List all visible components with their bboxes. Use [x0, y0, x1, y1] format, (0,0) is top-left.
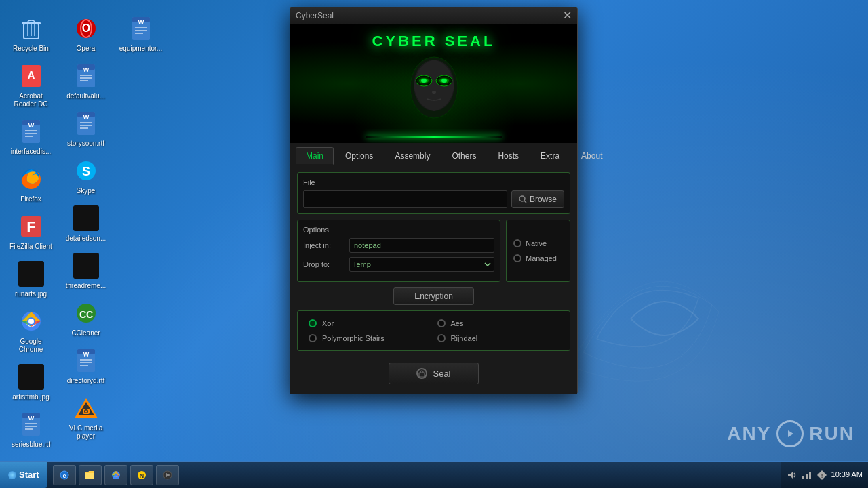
svg-rect-87	[802, 476, 804, 479]
svg-text:W: W	[138, 19, 144, 26]
desktop-icon-threadreme[interactable]: threadreme...	[60, 249, 111, 293]
native-radio-group[interactable]: Native	[513, 239, 563, 247]
ie-icon: e	[59, 470, 70, 481]
tab-about[interactable]: About	[571, 147, 612, 165]
polymorphic-option[interactable]: Polymorphic Stairs	[309, 334, 431, 342]
desktop-icon-filezilla[interactable]: F FileZilla Client	[5, 210, 56, 253]
rijndael-option[interactable]: Rijndael	[437, 334, 559, 342]
svg-rect-1	[22, 22, 41, 24]
window-tabs: Main Options Assembly Others Hosts Extra…	[290, 143, 577, 165]
desktop-icon-interfacedis[interactable]: W interfacedis...	[5, 115, 56, 159]
lock-icon	[418, 369, 426, 378]
window-titlebar: CyberSeal ✕	[290, 7, 577, 24]
desktop-icon-firefox[interactable]: Firefox	[5, 163, 56, 206]
seal-button[interactable]: Seal	[389, 363, 478, 384]
taskbar-middle: e N	[47, 465, 781, 485]
desktop-icon-recycle-bin[interactable]: Recycle Bin	[5, 12, 56, 56]
desktop-icon-opera[interactable]: O Opera	[60, 12, 111, 56]
desktop-icon-acrobat[interactable]: A Acrobat Reader DC	[5, 60, 56, 111]
managed-radio[interactable]	[513, 254, 521, 262]
file-section: File Browse	[297, 172, 570, 214]
desktop-icon-ccleaner[interactable]: CC CCleaner	[60, 297, 111, 340]
desktop-icon-artisttmb[interactable]: artisttmb.jpg	[5, 361, 56, 404]
file-input[interactable]	[303, 190, 507, 208]
encryption-button[interactable]: Encryption	[393, 287, 474, 305]
desktop-icon-runarts[interactable]: runarts.jpg	[5, 258, 56, 301]
seal-btn-row: Seal	[297, 357, 570, 387]
tab-assembly[interactable]: Assembly	[384, 147, 440, 165]
tab-extra[interactable]: Extra	[530, 147, 570, 165]
firefox-label: Firefox	[20, 195, 41, 203]
taskbar-folder[interactable]	[79, 465, 102, 485]
xor-option[interactable]: Xor	[309, 319, 431, 327]
interfacedis-label: interfacedis...	[11, 148, 51, 156]
drop-value: Temp	[353, 260, 371, 268]
storysoon-icon: W	[73, 110, 100, 137]
tab-main[interactable]: Main	[296, 147, 334, 165]
desktop-icon-skype[interactable]: S Skype	[60, 155, 111, 198]
encryption-box: Xor Aes Polymorphic Stairs Rijndael	[297, 310, 570, 351]
svg-line-75	[524, 201, 526, 203]
inject-label: Inject in:	[303, 241, 344, 249]
window-title-text: CyberSeal	[296, 11, 334, 20]
threadreme-icon	[73, 252, 100, 279]
aes-radio[interactable]	[437, 319, 446, 327]
browse-label: Browse	[530, 195, 557, 204]
taskbar-ie[interactable]: e	[53, 465, 76, 485]
tab-hosts[interactable]: Hosts	[488, 147, 529, 165]
volume-icon[interactable]	[787, 470, 797, 481]
desktop-icon-vlc[interactable]: VLC media player	[60, 392, 111, 443]
desktop-icon-equipmentor[interactable]: W equipmentor...	[115, 12, 166, 56]
aes-option[interactable]: Aes	[437, 319, 559, 327]
desktop-icon-detailedson[interactable]: detailedson...	[60, 202, 111, 245]
directoryd-label: directoryd.rtf	[67, 377, 105, 385]
taskbar-chrome[interactable]	[104, 465, 127, 485]
polymorphic-radio[interactable]	[309, 334, 317, 342]
native-radio[interactable]	[513, 239, 521, 247]
equipmentor-label: equipmentor...	[119, 45, 162, 53]
desktop-icon-storysoon[interactable]: W storysoon.rtf	[60, 107, 111, 150]
svg-rect-88	[806, 474, 808, 479]
banner-glow-line	[366, 136, 502, 138]
tab-options[interactable]: Options	[335, 147, 383, 165]
desktop-icon-defaultvalu[interactable]: W defaultvalu...	[60, 60, 111, 103]
network-icon[interactable]	[802, 470, 812, 481]
managed-label: Managed	[526, 254, 557, 262]
taskbar-norton[interactable]: N	[130, 465, 153, 485]
taskbar: Start e	[0, 461, 868, 488]
svg-point-19	[28, 319, 34, 324]
tab-others[interactable]: Others	[441, 147, 486, 165]
svg-rect-76	[419, 373, 425, 377]
desktop-icon-chrome[interactable]: Google Chrome	[5, 305, 56, 357]
file-row: Browse	[303, 190, 564, 208]
artisttmb-icon	[18, 363, 45, 390]
acrobat-icon: A	[18, 62, 45, 89]
native-managed-section: Native Managed	[506, 220, 570, 282]
ccleaner-icon: CC	[73, 300, 100, 327]
polymorphic-label: Polymorphic Stairs	[322, 334, 384, 342]
managed-radio-group[interactable]: Managed	[513, 254, 563, 262]
svg-text:W: W	[83, 351, 89, 358]
rijndael-radio[interactable]	[437, 334, 446, 342]
svg-text:W: W	[28, 122, 34, 129]
start-button[interactable]: Start	[0, 462, 47, 488]
window-close-button[interactable]: ✕	[563, 10, 572, 21]
notification-icon[interactable]: !	[816, 470, 827, 481]
options-section-label: Options	[303, 226, 494, 234]
drop-select[interactable]: Temp	[349, 257, 494, 272]
defaultvalu-icon: W	[73, 62, 100, 89]
inject-input[interactable]	[349, 238, 494, 253]
svg-text:N: N	[139, 472, 144, 479]
recycle-bin-label: Recycle Bin	[13, 45, 49, 53]
opera-icon: O	[73, 15, 100, 42]
taskbar-anyrun[interactable]	[156, 465, 179, 485]
aes-label: Aes	[451, 319, 464, 327]
desktop-icon-seriesblue[interactable]: W seriesblue.rtf	[5, 408, 56, 451]
desktop-icon-directoryd[interactable]: W directoryd.rtf	[60, 344, 111, 388]
svg-point-71	[421, 79, 427, 83]
xor-radio[interactable]	[309, 319, 317, 327]
window-main-content: File Browse Options Inject in:	[290, 165, 577, 394]
browse-button[interactable]: Browse	[511, 190, 564, 208]
chrome-taskbar-icon	[111, 470, 121, 481]
acrobat-label: Acrobat Reader DC	[8, 92, 54, 108]
